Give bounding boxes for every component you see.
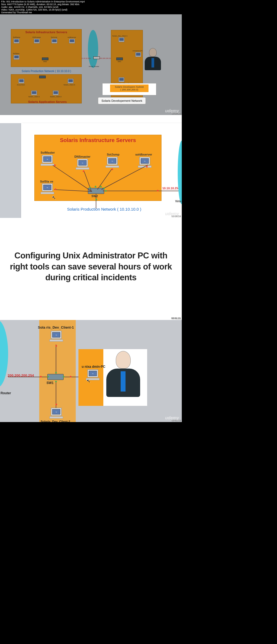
dev-subnet-ip: ( 200.200.200.0) bbox=[111, 88, 147, 91]
line-f4-1 bbox=[8, 377, 49, 377]
switch-sw1-big bbox=[47, 374, 64, 380]
infra-title-big: Solaris Infrastructure Servers bbox=[35, 135, 161, 146]
video-metadata: File: 001 Introduction to Solaris Admini… bbox=[0, 0, 182, 14]
timestamp-4: 00:01:52 bbox=[171, 419, 181, 422]
pc-soljump-big bbox=[105, 157, 119, 169]
timestamp-2: 00:00:54 bbox=[171, 215, 181, 217]
pc-solslave-big bbox=[41, 183, 54, 195]
label-soljump-big: SolJump bbox=[107, 153, 119, 156]
virt-label: Virtu bbox=[175, 200, 181, 203]
devclient2-label: Solaris_Dev_Client-2 bbox=[41, 420, 70, 422]
pc-dnsmaster-big bbox=[76, 159, 89, 171]
sw1-label: SW1 bbox=[47, 381, 54, 385]
label-soldbserver-big: soldbserver bbox=[135, 153, 152, 156]
router-label: Router bbox=[1, 391, 11, 395]
timestamp-1: 00:00:26 bbox=[171, 112, 181, 114]
line-6 bbox=[103, 191, 182, 191]
prod-net-label-big: Solaris Production Network ( 10.10.10.0 … bbox=[67, 207, 141, 211]
frame-1: Solaris Infrastructure Servers SolMaster… bbox=[0, 14, 182, 115]
ip-label: 10.10.10.254 bbox=[162, 187, 180, 190]
slide-text: Configuring Unix Administrator PC with r… bbox=[5, 250, 176, 283]
label-sw2-big: SW2 bbox=[91, 194, 98, 198]
line-7 bbox=[96, 194, 96, 208]
thumbnail-grid: File: 001 Introduction to Solaris Admini… bbox=[0, 0, 182, 422]
mouse-cursor-icon bbox=[52, 195, 56, 200]
label-dnsmaster-big: DNSmaster bbox=[74, 155, 90, 158]
label-solmaster-big: SolMaster bbox=[41, 151, 55, 154]
dim-overlay bbox=[0, 14, 182, 115]
timestamp-3: 00:01:21 bbox=[171, 317, 181, 319]
dev-subnet-popup: Solaris Developers Subnet ( 200.200.200.… bbox=[102, 83, 156, 95]
pc-solmaster-big bbox=[41, 155, 54, 167]
line-f4-2 bbox=[56, 345, 56, 374]
frame-3: Configuring Unix Administrator PC with r… bbox=[0, 218, 182, 320]
unixadmin-label: u nixa dmin-PC bbox=[82, 365, 105, 369]
dev-network-button[interactable]: Solaris Developement Network bbox=[98, 97, 146, 104]
frame-2: Solaris Infrastructure Servers SolMaster… bbox=[0, 115, 182, 218]
frame-4: Router 200.200.200.254 Sola ris_Dev_Clie… bbox=[0, 320, 182, 422]
admin-person-big-icon bbox=[104, 351, 142, 400]
pc-soldbserver-big bbox=[138, 157, 151, 169]
meta-generated: Generated by Thumbnail me bbox=[1, 11, 181, 14]
pc-devclient2-big bbox=[50, 408, 63, 420]
mouse-cursor-icon-4 bbox=[87, 378, 90, 383]
dev-subnet-title: Solaris Developers Subnet bbox=[111, 86, 147, 88]
pc-devclient1-big bbox=[50, 331, 63, 343]
devclient1-label: Sola ris_Dev_Client-1 bbox=[38, 325, 74, 329]
label-solslave-big: SolSla ve bbox=[40, 180, 53, 183]
